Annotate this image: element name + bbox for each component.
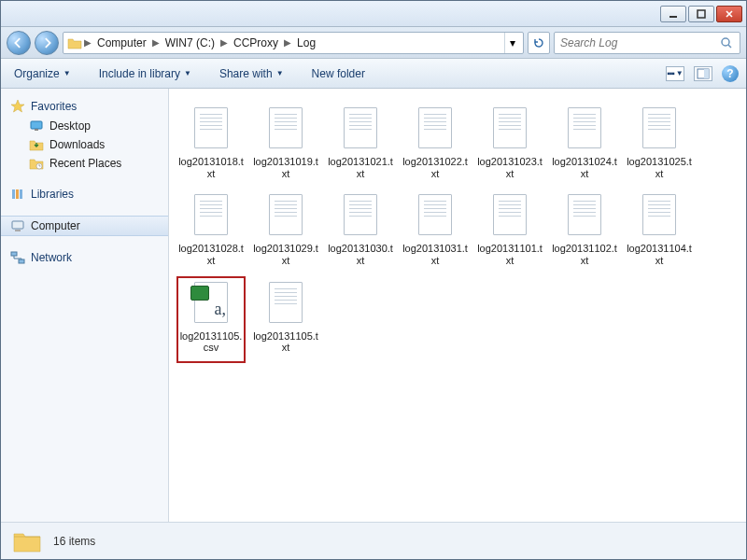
search-box[interactable] — [554, 32, 740, 54]
svg-rect-10 — [20, 189, 22, 199]
breadcrumb[interactable]: ▶ Computer ▶ WIN7 (C:) ▶ CCProxy ▶ Log ▾ — [63, 32, 524, 54]
navigation-pane[interactable]: Favorites Desktop Downloads Recent Place… — [1, 89, 169, 522]
file-name-label: log20131030.txt — [327, 243, 394, 266]
file-item[interactable]: log20131023.txt — [475, 102, 544, 189]
breadcrumb-item[interactable]: Log — [293, 35, 319, 51]
network-icon — [10, 250, 25, 265]
chevron-right-icon: ▶ — [84, 37, 92, 48]
libraries-header[interactable]: Libraries — [1, 184, 168, 204]
file-name-label: log20131023.txt — [476, 156, 543, 179]
desktop-icon — [29, 119, 44, 133]
file-item[interactable]: log20131022.txt — [401, 102, 470, 189]
body: Favorites Desktop Downloads Recent Place… — [1, 89, 746, 522]
chevron-right-icon: ▶ — [284, 37, 291, 48]
breadcrumb-item[interactable]: CCProxy — [230, 35, 282, 51]
sidebar-item-network[interactable]: Network — [1, 247, 168, 268]
text-file-icon — [639, 192, 680, 239]
title-bar[interactable] — [1, 1, 746, 27]
help-button[interactable]: ? — [722, 65, 739, 82]
back-button[interactable] — [7, 31, 31, 55]
breadcrumb-dropdown[interactable]: ▾ — [504, 33, 519, 53]
libraries-label: Libraries — [31, 188, 74, 201]
view-options-button[interactable]: ▪▪▪▼ — [666, 66, 684, 81]
sidebar-item-downloads[interactable]: Downloads — [1, 135, 168, 154]
file-item[interactable]: log20131028.txt — [176, 189, 246, 275]
breadcrumb-item[interactable]: WIN7 (C:) — [162, 35, 218, 51]
favorites-label: Favorites — [31, 100, 77, 113]
preview-pane-button[interactable] — [694, 66, 712, 81]
sidebar-item-desktop[interactable]: Desktop — [1, 117, 168, 135]
text-file-icon — [489, 105, 530, 152]
file-item[interactable]: log20131105.txt — [251, 276, 320, 363]
text-file-icon — [564, 105, 605, 152]
file-name-label: log20131022.txt — [402, 156, 469, 179]
file-item[interactable]: log20131101.txt — [475, 189, 544, 275]
forward-button[interactable] — [35, 31, 59, 55]
file-item[interactable]: log20131031.txt — [401, 189, 470, 275]
file-item[interactable]: a,log20131105.csv — [176, 276, 246, 363]
file-item[interactable]: log20131104.txt — [625, 189, 694, 275]
file-name-label: log20131105.csv — [177, 330, 245, 354]
sidebar-item-label: Recent Places — [49, 157, 121, 170]
file-name-label: log20131021.txt — [327, 156, 394, 179]
file-item[interactable]: log20131102.txt — [550, 189, 619, 275]
sidebar-item-label: Desktop — [49, 119, 91, 133]
share-with-button[interactable]: Share with ▼ — [214, 63, 289, 84]
file-item[interactable]: log20131025.txt — [625, 102, 694, 189]
downloads-icon — [29, 137, 44, 152]
text-file-icon — [265, 192, 306, 239]
svg-rect-12 — [15, 230, 21, 231]
file-name-label: log20131025.txt — [626, 156, 693, 179]
file-item[interactable]: log20131021.txt — [326, 102, 395, 189]
new-folder-button[interactable]: New folder — [306, 63, 371, 84]
file-name-label: log20131031.txt — [402, 243, 469, 266]
maximize-button[interactable] — [688, 6, 714, 22]
organize-button[interactable]: Organize ▼ — [8, 63, 77, 84]
file-item[interactable]: log20131018.txt — [176, 102, 246, 189]
search-input[interactable] — [560, 36, 719, 49]
text-file-icon — [190, 192, 232, 239]
details-pane: 16 items — [1, 522, 746, 559]
svg-rect-14 — [19, 259, 24, 263]
include-in-library-button[interactable]: Include in library ▼ — [93, 63, 197, 84]
svg-rect-1 — [698, 10, 705, 18]
text-file-icon — [265, 280, 306, 327]
minimize-button[interactable] — [660, 6, 686, 22]
file-item[interactable]: log20131030.txt — [326, 189, 395, 275]
folder-icon — [12, 529, 42, 553]
text-file-icon — [265, 105, 306, 152]
text-file-icon — [340, 192, 381, 239]
favorites-header[interactable]: Favorites — [1, 96, 168, 117]
file-name-label: log20131101.txt — [476, 243, 543, 266]
breadcrumb-item[interactable]: Computer — [93, 35, 150, 51]
chevron-down-icon: ▼ — [184, 69, 191, 77]
svg-rect-6 — [35, 129, 38, 131]
refresh-button[interactable] — [528, 32, 550, 54]
file-name-label: log20131104.txt — [626, 243, 693, 266]
svg-rect-4 — [704, 69, 709, 78]
libraries-icon — [10, 187, 25, 202]
text-file-icon — [190, 105, 232, 152]
svg-rect-13 — [11, 252, 17, 256]
sidebar-item-label: Network — [31, 251, 72, 264]
sidebar-item-computer[interactable]: Computer — [1, 216, 168, 236]
file-item[interactable]: log20131019.txt — [251, 102, 320, 189]
text-file-icon — [415, 105, 456, 152]
file-item[interactable]: log20131024.txt — [550, 102, 619, 189]
file-name-label: log20131018.txt — [177, 156, 245, 179]
chevron-right-icon: ▶ — [152, 37, 160, 48]
chevron-down-icon: ▼ — [276, 69, 284, 77]
star-icon — [10, 99, 25, 114]
text-file-icon — [415, 192, 456, 239]
close-button[interactable] — [716, 6, 742, 22]
svg-rect-0 — [669, 16, 677, 18]
csv-file-icon: a, — [190, 280, 232, 327]
file-list-pane[interactable]: log20131018.txtlog20131019.txtlog2013102… — [169, 89, 746, 522]
chevron-right-icon: ▶ — [220, 37, 228, 48]
file-name-label: log20131028.txt — [177, 243, 245, 266]
file-item[interactable]: log20131029.txt — [251, 189, 320, 275]
address-bar: ▶ Computer ▶ WIN7 (C:) ▶ CCProxy ▶ Log ▾ — [1, 27, 746, 59]
svg-rect-5 — [31, 121, 42, 129]
sidebar-item-recent-places[interactable]: Recent Places — [1, 154, 168, 173]
text-file-icon — [639, 105, 680, 152]
